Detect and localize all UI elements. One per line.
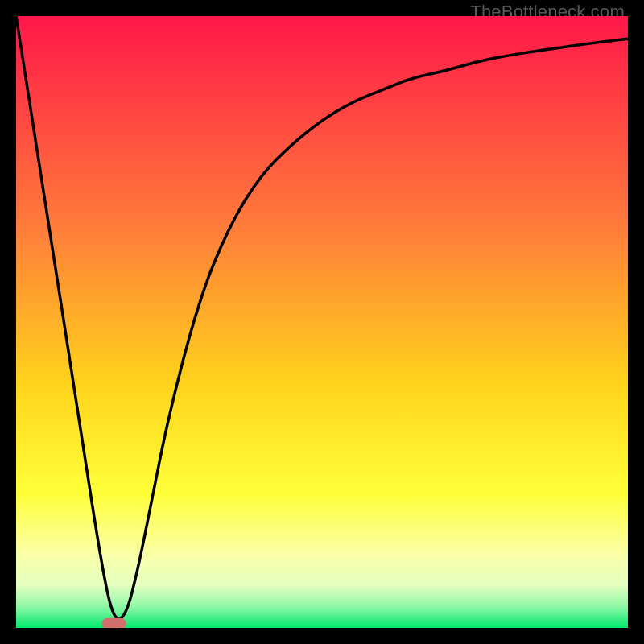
chart-plot-area [16,16,628,628]
chart-background [16,16,628,628]
optimal-marker [101,618,126,628]
chart-svg [16,16,628,628]
chart-stage: TheBottleneck.com [0,0,644,644]
